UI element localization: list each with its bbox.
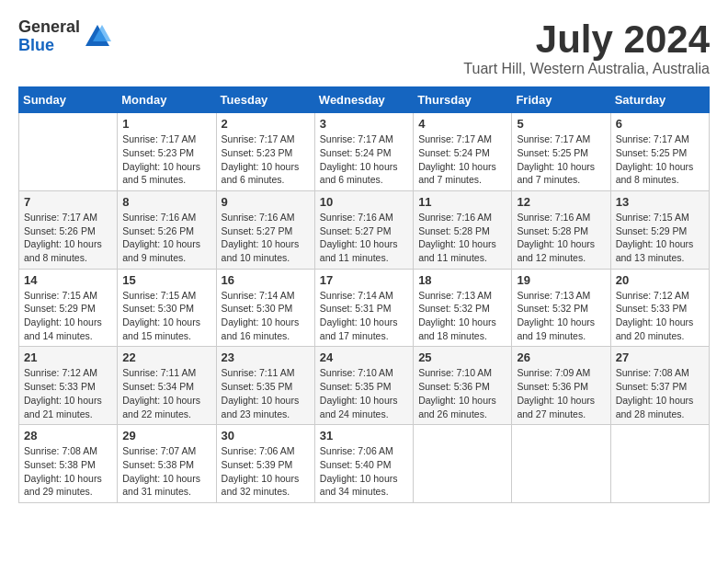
day-number: 8 [122, 195, 210, 209]
day-info: Sunrise: 7:06 AM Sunset: 5:40 PM Dayligh… [320, 444, 408, 499]
calendar-cell [19, 113, 118, 191]
day-number: 16 [222, 273, 310, 287]
day-number: 27 [616, 350, 704, 364]
day-number: 14 [24, 273, 112, 287]
calendar-cell: 10Sunrise: 7:16 AM Sunset: 5:27 PM Dayli… [314, 190, 413, 269]
day-info: Sunrise: 7:15 AM Sunset: 5:30 PM Dayligh… [122, 289, 210, 343]
calendar-cell: 11Sunrise: 7:16 AM Sunset: 5:28 PM Dayli… [414, 190, 512, 269]
calendar-cell: 29Sunrise: 7:07 AM Sunset: 5:38 PM Dayli… [118, 425, 216, 503]
calendar-cell: 19Sunrise: 7:13 AM Sunset: 5:32 PM Dayli… [512, 269, 610, 347]
day-number: 24 [320, 350, 408, 364]
day-info: Sunrise: 7:08 AM Sunset: 5:38 PM Dayligh… [24, 444, 112, 499]
calendar-week-row: 21Sunrise: 7:12 AM Sunset: 5:33 PM Dayli… [19, 347, 710, 425]
calendar-cell [512, 425, 610, 503]
day-number: 5 [517, 117, 605, 131]
day-number: 19 [517, 273, 605, 287]
day-number: 29 [122, 429, 210, 442]
day-info: Sunrise: 7:11 AM Sunset: 5:35 PM Dayligh… [222, 366, 310, 420]
day-info: Sunrise: 7:14 AM Sunset: 5:30 PM Dayligh… [222, 289, 310, 343]
day-info: Sunrise: 7:17 AM Sunset: 5:24 PM Dayligh… [320, 132, 408, 187]
day-info: Sunrise: 7:13 AM Sunset: 5:32 PM Dayligh… [517, 289, 605, 343]
day-number: 12 [517, 195, 605, 209]
day-info: Sunrise: 7:11 AM Sunset: 5:34 PM Dayligh… [122, 366, 210, 420]
day-number: 25 [418, 350, 506, 364]
day-number: 20 [616, 273, 704, 287]
title-section: July 2024 Tuart Hill, Western Australia,… [463, 18, 710, 77]
calendar-cell: 17Sunrise: 7:14 AM Sunset: 5:31 PM Dayli… [314, 269, 413, 347]
calendar-cell: 20Sunrise: 7:12 AM Sunset: 5:33 PM Dayli… [610, 269, 709, 347]
calendar-cell: 14Sunrise: 7:15 AM Sunset: 5:29 PM Dayli… [19, 269, 118, 347]
calendar-week-row: 14Sunrise: 7:15 AM Sunset: 5:29 PM Dayli… [19, 269, 710, 347]
day-number: 21 [24, 350, 112, 364]
weekday-header: Sunday [19, 87, 118, 113]
calendar-cell: 28Sunrise: 7:08 AM Sunset: 5:38 PM Dayli… [19, 425, 118, 503]
day-number: 1 [122, 117, 210, 131]
day-info: Sunrise: 7:16 AM Sunset: 5:26 PM Dayligh… [122, 211, 210, 265]
day-number: 18 [418, 273, 506, 287]
calendar-cell: 3Sunrise: 7:17 AM Sunset: 5:24 PM Daylig… [314, 113, 413, 191]
calendar-cell: 1Sunrise: 7:17 AM Sunset: 5:23 PM Daylig… [118, 113, 216, 191]
logo: General Blue [18, 18, 111, 55]
calendar-cell: 15Sunrise: 7:15 AM Sunset: 5:30 PM Dayli… [118, 269, 216, 347]
logo-blue: Blue [18, 37, 80, 55]
logo-general: General [18, 18, 80, 37]
calendar-cell: 12Sunrise: 7:16 AM Sunset: 5:28 PM Dayli… [512, 190, 610, 269]
day-number: 4 [418, 117, 506, 131]
day-info: Sunrise: 7:09 AM Sunset: 5:36 PM Dayligh… [517, 366, 605, 420]
calendar-cell: 18Sunrise: 7:13 AM Sunset: 5:32 PM Dayli… [414, 269, 512, 347]
month-title: July 2024 [463, 18, 710, 61]
day-info: Sunrise: 7:16 AM Sunset: 5:27 PM Dayligh… [222, 211, 310, 265]
calendar-cell: 31Sunrise: 7:06 AM Sunset: 5:40 PM Dayli… [314, 425, 413, 503]
day-info: Sunrise: 7:17 AM Sunset: 5:24 PM Dayligh… [418, 132, 506, 187]
calendar-cell: 5Sunrise: 7:17 AM Sunset: 5:25 PM Daylig… [512, 113, 610, 191]
calendar-header: SundayMondayTuesdayWednesdayThursdayFrid… [19, 87, 710, 113]
calendar-cell: 21Sunrise: 7:12 AM Sunset: 5:33 PM Dayli… [19, 347, 118, 425]
day-number: 22 [122, 350, 210, 364]
calendar-cell [610, 425, 709, 503]
header-row: SundayMondayTuesdayWednesdayThursdayFrid… [19, 87, 710, 113]
weekday-header: Thursday [414, 87, 512, 113]
calendar-cell: 25Sunrise: 7:10 AM Sunset: 5:36 PM Dayli… [414, 347, 512, 425]
weekday-header: Monday [118, 87, 216, 113]
day-info: Sunrise: 7:17 AM Sunset: 5:25 PM Dayligh… [517, 132, 605, 187]
day-number: 13 [616, 195, 704, 209]
day-info: Sunrise: 7:14 AM Sunset: 5:31 PM Dayligh… [320, 289, 408, 343]
page-header: General Blue July 2024 Tuart Hill, Weste… [18, 18, 710, 77]
day-info: Sunrise: 7:16 AM Sunset: 5:28 PM Dayligh… [517, 211, 605, 265]
day-info: Sunrise: 7:10 AM Sunset: 5:36 PM Dayligh… [418, 366, 506, 420]
calendar-cell: 6Sunrise: 7:17 AM Sunset: 5:25 PM Daylig… [610, 113, 709, 191]
day-info: Sunrise: 7:12 AM Sunset: 5:33 PM Dayligh… [24, 366, 112, 420]
day-info: Sunrise: 7:12 AM Sunset: 5:33 PM Dayligh… [616, 289, 704, 343]
calendar-body: 1Sunrise: 7:17 AM Sunset: 5:23 PM Daylig… [19, 113, 710, 503]
calendar-cell: 9Sunrise: 7:16 AM Sunset: 5:27 PM Daylig… [216, 190, 314, 269]
calendar-table: SundayMondayTuesdayWednesdayThursdayFrid… [18, 86, 710, 503]
day-number: 28 [24, 429, 112, 442]
day-number: 31 [320, 429, 408, 442]
calendar-cell: 23Sunrise: 7:11 AM Sunset: 5:35 PM Dayli… [216, 347, 314, 425]
day-number: 2 [222, 117, 310, 131]
day-number: 10 [320, 195, 408, 209]
calendar-cell: 7Sunrise: 7:17 AM Sunset: 5:26 PM Daylig… [19, 190, 118, 269]
calendar-cell: 22Sunrise: 7:11 AM Sunset: 5:34 PM Dayli… [118, 347, 216, 425]
calendar-week-row: 1Sunrise: 7:17 AM Sunset: 5:23 PM Daylig… [19, 113, 710, 191]
weekday-header: Wednesday [314, 87, 413, 113]
day-number: 7 [24, 195, 112, 209]
calendar-cell: 27Sunrise: 7:08 AM Sunset: 5:37 PM Dayli… [610, 347, 709, 425]
day-number: 26 [517, 350, 605, 364]
location-title: Tuart Hill, Western Australia, Australia [463, 61, 710, 77]
day-info: Sunrise: 7:16 AM Sunset: 5:28 PM Dayligh… [418, 211, 506, 265]
day-number: 23 [222, 350, 310, 364]
calendar-cell [414, 425, 512, 503]
calendar-cell: 13Sunrise: 7:15 AM Sunset: 5:29 PM Dayli… [610, 190, 709, 269]
day-info: Sunrise: 7:17 AM Sunset: 5:26 PM Dayligh… [24, 211, 112, 265]
day-info: Sunrise: 7:15 AM Sunset: 5:29 PM Dayligh… [24, 289, 112, 343]
day-number: 15 [122, 273, 210, 287]
calendar-cell: 30Sunrise: 7:06 AM Sunset: 5:39 PM Dayli… [216, 425, 314, 503]
day-info: Sunrise: 7:17 AM Sunset: 5:23 PM Dayligh… [122, 132, 210, 187]
calendar-week-row: 7Sunrise: 7:17 AM Sunset: 5:26 PM Daylig… [19, 190, 710, 269]
day-number: 6 [616, 117, 704, 131]
calendar-week-row: 28Sunrise: 7:08 AM Sunset: 5:38 PM Dayli… [19, 425, 710, 503]
day-number: 9 [222, 195, 310, 209]
calendar-cell: 26Sunrise: 7:09 AM Sunset: 5:36 PM Dayli… [512, 347, 610, 425]
logo-icon [84, 23, 111, 51]
